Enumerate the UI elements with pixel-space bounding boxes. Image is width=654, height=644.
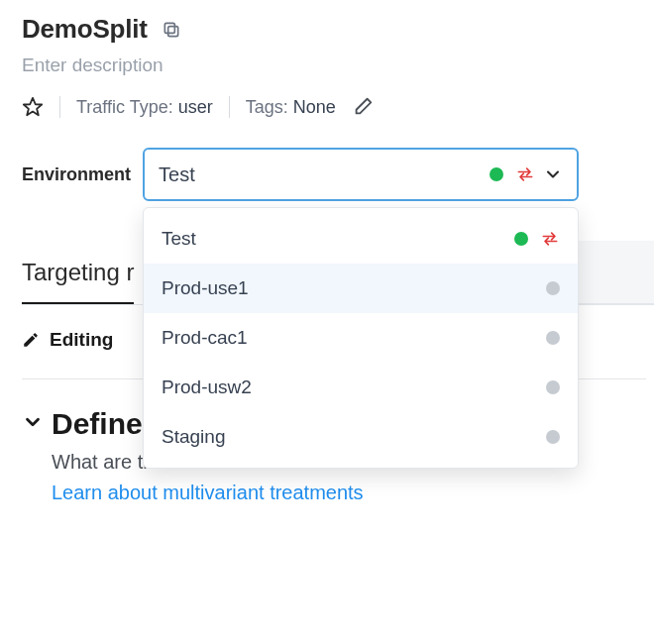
status-dot-icon bbox=[546, 281, 560, 295]
status-dot-icon bbox=[514, 232, 528, 246]
environment-option[interactable]: Prod-use1 bbox=[144, 264, 578, 313]
learn-multivariant-link[interactable]: Learn about multivariant treatments bbox=[52, 482, 654, 504]
traffic-type-label: Traffic Type: bbox=[76, 97, 173, 117]
svg-marker-2 bbox=[24, 98, 42, 115]
traffic-type-value: user bbox=[178, 97, 213, 117]
environment-option-label: Prod-use1 bbox=[162, 277, 546, 299]
meta-row: Traffic Type: user Tags: None bbox=[22, 96, 654, 118]
environment-option-label: Prod-usw2 bbox=[162, 376, 546, 398]
tags-label: Tags: bbox=[246, 97, 288, 117]
environment-option-label: Prod-cac1 bbox=[162, 327, 546, 349]
status-dot-icon bbox=[490, 167, 503, 181]
chevron-down-icon[interactable] bbox=[22, 411, 44, 437]
status-dot-icon bbox=[546, 331, 560, 345]
environment-option-label: Staging bbox=[162, 426, 546, 448]
chevron-down-icon bbox=[543, 164, 563, 184]
pencil-icon[interactable] bbox=[352, 96, 374, 118]
svg-rect-0 bbox=[167, 26, 177, 36]
star-icon[interactable] bbox=[22, 96, 44, 118]
swap-icon bbox=[515, 164, 535, 184]
editing-label: Editing bbox=[50, 329, 113, 351]
swap-icon bbox=[540, 229, 560, 249]
tab-targeting[interactable]: Targeting r bbox=[22, 241, 134, 304]
environment-option[interactable]: Prod-usw2 bbox=[144, 363, 578, 412]
environment-selected-value: Test bbox=[159, 163, 490, 186]
section-title-define: Define bbox=[52, 407, 143, 441]
environment-option[interactable]: Prod-cac1 bbox=[144, 313, 578, 363]
status-dot-icon bbox=[546, 380, 560, 394]
page-title: DemoSplit bbox=[22, 14, 148, 45]
environment-label: Environment bbox=[22, 164, 131, 185]
environment-option[interactable]: Test bbox=[144, 214, 578, 264]
description-placeholder[interactable]: Enter description bbox=[22, 54, 654, 76]
environment-option[interactable]: Staging bbox=[144, 412, 578, 462]
separator bbox=[59, 96, 60, 118]
copy-icon[interactable] bbox=[162, 20, 181, 40]
separator bbox=[229, 96, 230, 118]
environment-select[interactable]: Test bbox=[143, 148, 579, 201]
tags-value: None bbox=[293, 97, 336, 117]
pencil-filled-icon bbox=[22, 331, 40, 349]
environment-option-label: Test bbox=[162, 228, 514, 250]
environment-dropdown: Test Prod-use1 Prod-cac1 Prod-usw2 bbox=[143, 207, 579, 469]
svg-rect-1 bbox=[164, 23, 174, 33]
status-dot-icon bbox=[546, 430, 560, 444]
